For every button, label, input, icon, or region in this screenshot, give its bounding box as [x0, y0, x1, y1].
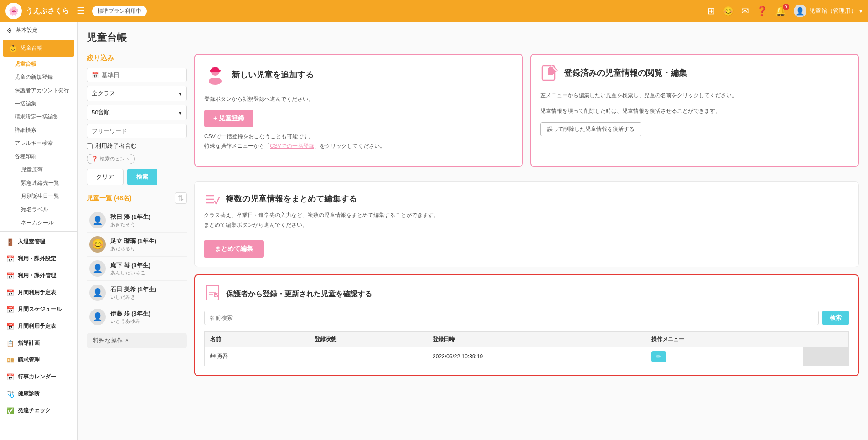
sidebar-sub-item-name-seal[interactable]: ネームシール	[8, 216, 77, 229]
hint-button[interactable]: ❓ 検索のヒント	[87, 154, 135, 164]
event-icon: 📅	[6, 373, 14, 381]
list-item[interactable]: 😊 足立 瑠璃 (1年生) あだちるり	[87, 233, 187, 257]
child-name: 秋田 湊 (1年生)	[110, 213, 150, 221]
guardian-table: 名前 登録状態 登録日時 操作メニュー 峠 勇吾 2023/	[204, 331, 849, 366]
mail-icon[interactable]: ✉	[741, 5, 749, 16]
sidebar-sub-item-print[interactable]: 各種印刷	[8, 150, 77, 163]
clear-button[interactable]: クリア	[87, 169, 124, 185]
order-select-label: 50音順	[92, 109, 110, 117]
sidebar-item-usage-management[interactable]: 📅 利用・課外管理	[0, 267, 77, 284]
door-icon: 🚪	[6, 238, 14, 246]
guardian-search-input[interactable]	[204, 311, 819, 325]
sidebar-sub-item-billing-edit[interactable]: 請求設定一括編集	[8, 110, 77, 124]
svg-point-1	[209, 78, 222, 85]
sidebar-sub-item-bulk-edit[interactable]: 一括編集	[8, 97, 77, 110]
sidebar-item-health-checkup[interactable]: 🩺 健康診断	[0, 385, 77, 402]
table-header-date: 登録日時	[427, 331, 646, 347]
sidebar-item-events-calendar[interactable]: 📅 行事カレンダー	[0, 368, 77, 385]
view-edit-title: 登録済みの児童情報の閲覧・編集	[564, 67, 687, 78]
add-child-desc1: 登録ボタンから新規登録へ進んでください。	[204, 94, 513, 104]
edit-button[interactable]: ✏	[651, 351, 666, 362]
table-cell-name: 峠 勇吾	[205, 347, 309, 366]
avatar: 👤	[89, 285, 106, 301]
sidebar-item-entry-management[interactable]: 🚪 入退室管理	[0, 233, 77, 250]
child-list: 👤 秋田 湊 (1年生) あきたそう 😊 足立 瑠璃 (1年生) あだちるり	[87, 208, 187, 329]
freeword-input[interactable]	[92, 128, 182, 135]
child-kana: あだちるり	[110, 245, 156, 252]
notification-badge: 9	[783, 4, 789, 10]
include-ended-checkbox-wrapper: 利用終了者含む	[87, 142, 187, 150]
sidebar-item-monthly-schedule-table[interactable]: 📅 月間利用予定表	[0, 284, 77, 301]
child-info: 庵下 苺 (3年生) あんしたいちご	[110, 261, 150, 276]
list-item[interactable]: 👤 庵下 苺 (3年生) あんしたいちご	[87, 257, 187, 281]
child-icon	[204, 64, 226, 90]
user-name: 児童館（管理用）	[809, 7, 857, 15]
bulk-edit-title: 複数の児童情報をまとめて編集する	[226, 193, 357, 204]
sidebar-sub-item-child-ledger[interactable]: 児童台帳	[8, 57, 77, 71]
sidebar-item-monthly-plan[interactable]: 📅 月間利用予定表	[0, 318, 77, 335]
logo-icon: 🌸	[5, 3, 22, 19]
calendar-icon: 📅	[92, 72, 99, 78]
child-icon: 👶	[9, 45, 17, 52]
child-list-title: 児童一覧 (48名)	[87, 194, 132, 202]
date-input[interactable]	[102, 72, 182, 78]
child-name: 庵下 苺 (3年生)	[110, 261, 150, 269]
avatar: 👤	[89, 260, 106, 277]
sidebar-item-child-ledger[interactable]: 👶 児童台帳	[3, 40, 74, 57]
hint-btn-label: 検索のヒント	[100, 155, 130, 162]
sidebar-item-monthly-schedule[interactable]: 📅 月間スケジュール	[0, 301, 77, 318]
sidebar-item-usage-settings[interactable]: 📅 利用・課外設定	[0, 250, 77, 267]
restore-button[interactable]: 誤って削除した児童情報を復活する	[540, 122, 641, 136]
guardian-icon	[204, 285, 221, 304]
sidebar-sub-item-allergy-search[interactable]: アレルギー検索	[8, 137, 77, 150]
avatar: 👤	[89, 212, 106, 228]
help-icon[interactable]: ❓	[756, 5, 768, 16]
sidebar-sub-item-address-label[interactable]: 宛名ラベル	[8, 203, 77, 216]
include-ended-checkbox[interactable]	[87, 143, 93, 149]
order-select[interactable]: 50音順 ▾	[87, 105, 187, 120]
special-ops-button[interactable]: 特殊な操作 ∧	[87, 333, 187, 348]
class-select[interactable]: 全クラス ▾	[87, 86, 187, 101]
sidebar: ⚙ 基本設定 👶 児童台帳 児童台帳 児童の新規登録 保護者アカウント発行 一括…	[0, 22, 78, 440]
user-menu[interactable]: 👤 児童館（管理用） ▾	[794, 5, 863, 17]
bell-icon[interactable]: 🔔 9	[775, 5, 786, 16]
sidebar-sub-item-new-registration[interactable]: 児童の新規登録	[8, 71, 77, 84]
bulk-edit-icon	[204, 191, 220, 211]
chevron-down-icon: ▾	[859, 8, 863, 15]
header: 🌸 うえぶさくら ☰ 標準プラン利用中 ⊞ 😊 ✉ ❓ 🔔 9 👤 児童館（管理…	[0, 0, 868, 22]
sort-button[interactable]: ⇅	[175, 192, 187, 204]
guardian-search-button[interactable]: 検索	[822, 311, 849, 325]
calendar5-icon: 📅	[6, 323, 14, 330]
child-info: 伊藤 歩 (3年生) いとうあゆみ	[110, 310, 150, 325]
add-child-desc2: CSVで一括登録をおこなうことも可能です。 特殊な操作メニューから「CSVでの一…	[204, 132, 513, 150]
main-layout: ⚙ 基本設定 👶 児童台帳 児童台帳 児童の新規登録 保護者アカウント発行 一括…	[0, 22, 868, 440]
grid-icon[interactable]: ⊞	[708, 5, 715, 16]
filter-panel: 絞り込み 📅 全クラス ▾ 50音順 ▾	[87, 54, 187, 185]
list-item[interactable]: 👤 秋田 湊 (1年生) あきたそう	[87, 208, 187, 233]
sidebar-sub-item-guardian-account[interactable]: 保護者アカウント発行	[8, 84, 77, 97]
sidebar-sub-item-emergency[interactable]: 緊急連絡先一覧	[8, 176, 77, 190]
register-button[interactable]: + 児童登録	[204, 110, 253, 127]
main-content: 児童台帳 絞り込み 📅 全クラス ▾ 50音順 ▾	[78, 22, 868, 440]
sidebar-item-development-check[interactable]: ✅ 発達チェック	[0, 402, 77, 419]
sidebar-sub-item-detail-search[interactable]: 詳細検索	[8, 124, 77, 137]
sidebar-sub-item-birthday[interactable]: 月別誕生日一覧	[8, 190, 77, 203]
table-header-menu: 操作メニュー	[646, 331, 803, 347]
bulk-edit-desc: クラス替え、卒業日・進学先の入力など、複数の児童情報をまとめて編集することができ…	[204, 211, 849, 229]
menu-button[interactable]: ☰	[75, 4, 87, 18]
sidebar-item-guidance-plan[interactable]: 📋 指導計画	[0, 335, 77, 352]
sidebar-item-basic-settings[interactable]: ⚙ 基本設定	[0, 22, 77, 39]
sidebar-sub-item-ledger-book[interactable]: 児童原薄	[8, 163, 77, 176]
list-item[interactable]: 👤 石田 美希 (1年生) いしだみき	[87, 281, 187, 305]
sidebar-item-billing-management[interactable]: 💴 請求管理	[0, 352, 77, 368]
bulk-edit-button[interactable]: まとめて編集	[204, 240, 264, 258]
table-header-name: 名前	[205, 331, 309, 347]
list-item[interactable]: 👤 伊藤 歩 (3年生) いとうあゆみ	[87, 305, 187, 329]
smile-icon[interactable]: 😊	[723, 5, 734, 16]
csv-link[interactable]: CSVでの一括登録	[270, 143, 314, 149]
health-icon: 🩺	[6, 390, 14, 398]
table-header-extra	[803, 331, 849, 347]
search-button[interactable]: 検索	[127, 169, 157, 185]
special-ops-label: 特殊な操作 ∧	[93, 336, 129, 345]
calendar2-icon: 📅	[6, 272, 14, 280]
